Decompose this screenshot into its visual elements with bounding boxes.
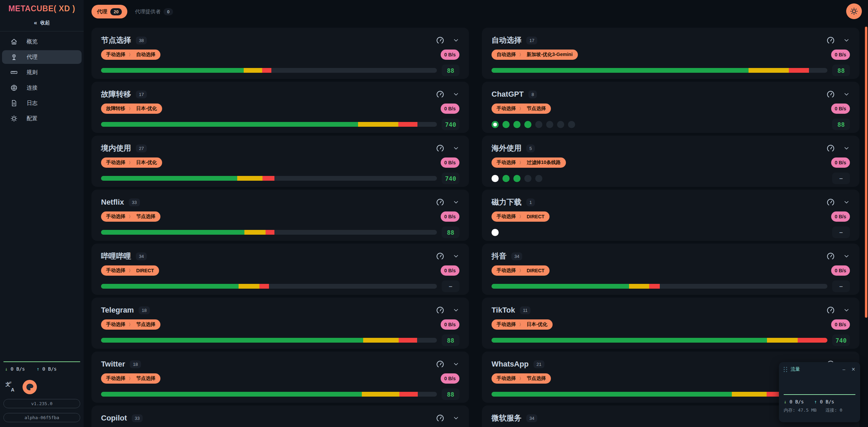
latency-test-icon[interactable]: [436, 306, 444, 315]
sidebar-item-规则[interactable]: 规则: [2, 66, 82, 79]
sidebar-collapse-button[interactable]: « 收起: [0, 19, 84, 26]
node-dot-idle[interactable]: [535, 121, 542, 128]
panel-stats: 内存: 47.5 MB 连接: 0: [784, 407, 855, 413]
selector-path-badge[interactable]: 手动选择 〉 节点选择: [101, 211, 160, 222]
app-build-button[interactable]: alpha-06f5fba: [3, 413, 80, 422]
node-dot-current[interactable]: [492, 175, 499, 182]
core-version-button[interactable]: v1.235.0: [3, 399, 80, 408]
selector-path-badge[interactable]: 手动选择 〉 DIRECT: [101, 265, 159, 276]
chevron-down-icon[interactable]: [843, 145, 850, 152]
selector-path-badge[interactable]: 手动选择 〉 日本-优化: [101, 157, 162, 168]
group-name: Copilot: [101, 414, 127, 423]
chevron-down-icon[interactable]: [453, 361, 459, 368]
chevron-down-icon[interactable]: [843, 307, 850, 314]
selector-path-badge[interactable]: 手动选择 〉 节点选择: [101, 319, 160, 330]
bar-segment-green: [101, 338, 363, 343]
selector-path-badge[interactable]: 手动选择 〉 过滤掉10条线路: [492, 157, 566, 168]
tab-代理[interactable]: 代理20: [91, 5, 127, 18]
selector-target: 日本-优化: [136, 160, 157, 166]
bar-segment-yellow: [749, 68, 789, 73]
latency-test-icon[interactable]: [826, 90, 835, 99]
selector-path-badge[interactable]: 手动选择 〉 自动选择: [101, 50, 160, 60]
close-icon[interactable]: ✕: [851, 367, 855, 372]
node-dot-idle[interactable]: [546, 121, 553, 128]
selector-path-badge[interactable]: 手动选择 〉 日本-优化: [492, 319, 553, 330]
selector-path-badge[interactable]: 手动选择 〉 节点选择: [492, 373, 551, 384]
chevron-down-icon[interactable]: [843, 253, 850, 260]
chevron-down-icon[interactable]: [843, 199, 850, 206]
node-dot-up[interactable]: [502, 121, 510, 128]
latency-test-icon[interactable]: [436, 252, 444, 261]
chevron-down-icon[interactable]: [453, 415, 459, 422]
vertical-scrollbar[interactable]: [865, 27, 867, 318]
latency-test-icon[interactable]: [826, 36, 835, 45]
sidebar-item-日志[interactable]: 日志: [2, 96, 82, 110]
theme-palette-button[interactable]: [23, 380, 37, 394]
drag-handle-icon[interactable]: [784, 367, 787, 372]
selector-path-badge[interactable]: 手动选择 〉 节点选择: [492, 104, 551, 114]
node-dot-up[interactable]: [513, 121, 521, 128]
chevron-down-icon[interactable]: [843, 91, 850, 98]
group-speed-badge: 0 B/s: [441, 265, 459, 276]
sidebar-bottom: ↓ 0 B/s ↑ 0 B/s 文 ⇄ A v1.235.0 alpha-06f…: [0, 361, 84, 427]
node-dot-idle[interactable]: [568, 121, 575, 128]
latency-test-icon[interactable]: [436, 414, 444, 423]
group-speed-badge: 0 B/s: [441, 50, 459, 60]
minimize-icon[interactable]: –: [842, 367, 845, 372]
node-dot-idle[interactable]: [535, 175, 542, 182]
chevron-down-icon[interactable]: [453, 307, 459, 314]
node-dot-current[interactable]: [492, 229, 499, 236]
traffic-floating-panel[interactable]: 流量 – ✕ ↓ 0 B/s ↑ 0 B/s 内存: 47.5 MB 连接: 0: [779, 362, 860, 422]
sidebar-item-label: 规则: [27, 69, 38, 76]
chevron-down-icon[interactable]: [843, 37, 850, 44]
sidebar-item-配置[interactable]: 配置: [2, 112, 82, 125]
proxy-group-card-ChatGPT: ChatGPT 8 手动选择 〉 节点选择 0 B/s 88: [482, 82, 859, 133]
chevron-down-icon[interactable]: [453, 253, 459, 260]
latency-test-icon[interactable]: [436, 360, 444, 369]
bar-segment-yellow: [244, 230, 266, 235]
node-dot-current-up[interactable]: [492, 121, 499, 128]
chevron-down-icon[interactable]: [453, 91, 459, 98]
panel-title: 流量: [791, 366, 800, 372]
traffic-chart: [784, 376, 855, 395]
selector-chevron-icon: 〉: [519, 214, 523, 220]
node-dot-up[interactable]: [502, 175, 510, 182]
sidebar-item-代理[interactable]: 代理: [2, 50, 82, 64]
latency-test-icon[interactable]: [826, 144, 835, 153]
selector-path-badge[interactable]: 自动选择 〉 新加坡-优化3-Gemini: [492, 50, 578, 60]
selector-current: 手动选择: [106, 267, 125, 274]
node-dot-idle[interactable]: [524, 175, 531, 182]
latency-test-icon[interactable]: [436, 144, 444, 153]
node-dot-up[interactable]: [513, 175, 521, 182]
node-dot-idle[interactable]: [557, 121, 564, 128]
sidebar-item-连接[interactable]: 连接: [2, 81, 82, 95]
group-node-count: 33: [129, 198, 140, 206]
chevron-down-icon[interactable]: [453, 145, 459, 152]
selector-path-badge[interactable]: 手动选择 〉 DIRECT: [492, 211, 550, 222]
chevron-down-icon[interactable]: [453, 37, 459, 44]
bar-segment-yellow: [732, 392, 767, 397]
settings-button[interactable]: [846, 3, 862, 19]
selector-path-badge[interactable]: 手动选择 〉 节点选择: [101, 373, 160, 384]
chevron-down-icon[interactable]: [453, 199, 459, 206]
tab-代理提供者[interactable]: 代理提供者0: [129, 5, 178, 18]
selector-path-badge[interactable]: 故障转移 〉 日本-优化: [101, 104, 162, 114]
latency-test-icon[interactable]: [436, 90, 444, 99]
sidebar-menu: 概览代理规则连接日志配置: [0, 35, 84, 125]
proxy-group-card-自动选择: 自动选择 17 自动选择 〉 新加坡-优化3-Gemini 0 B/s 88: [482, 28, 859, 79]
sidebar-item-label: 代理: [27, 54, 38, 61]
node-dot-up[interactable]: [524, 121, 531, 128]
latency-bar: [101, 176, 437, 181]
language-icon[interactable]: 文 ⇄ A: [5, 382, 15, 392]
latency-test-icon[interactable]: [436, 198, 444, 207]
group-node-count: 11: [520, 306, 531, 314]
selector-path-badge[interactable]: 手动选择 〉 DIRECT: [492, 265, 550, 276]
latency-test-icon[interactable]: [826, 252, 835, 261]
latency-test-icon[interactable]: [826, 306, 835, 315]
selector-current: 手动选择: [106, 52, 125, 58]
bar-segment-yellow: [244, 68, 262, 73]
latency-test-icon[interactable]: [826, 198, 835, 207]
sidebar-item-概览[interactable]: 概览: [2, 35, 82, 49]
tab-label: 代理提供者: [135, 9, 160, 15]
latency-test-icon[interactable]: [436, 36, 444, 45]
